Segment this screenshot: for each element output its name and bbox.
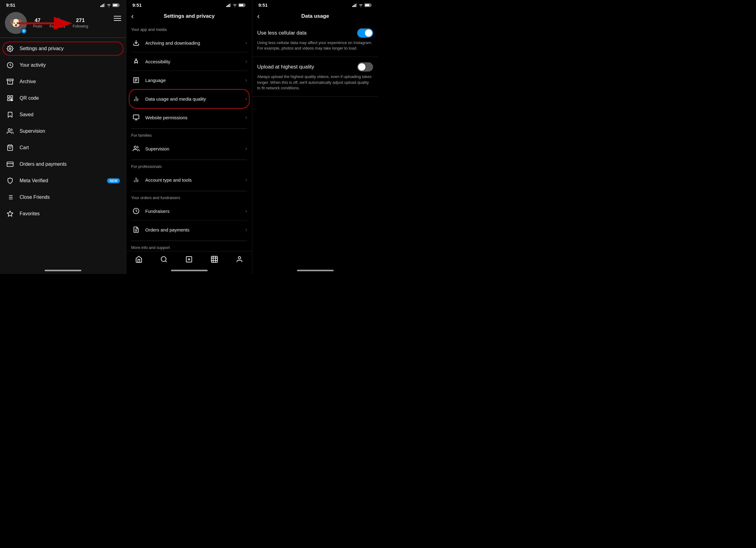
followers-count: 51 [54, 17, 60, 24]
menu-item-settings-privacy[interactable]: Settings and privacy [0, 40, 126, 57]
new-post-nav-icon[interactable] [182, 254, 196, 264]
svg-rect-6 [119, 5, 120, 6]
home-nav-icon[interactable] [132, 254, 146, 264]
home-indicator-panel1 [0, 267, 126, 274]
signal-icon [100, 3, 105, 7]
avatar-add-icon[interactable]: + [21, 28, 27, 34]
settings-item-website-permissions[interactable]: Website permissions › [131, 108, 247, 127]
search-nav-icon[interactable] [157, 254, 171, 264]
toggle-title-cellular: Use less cellular data [257, 30, 307, 36]
svg-rect-58 [352, 6, 353, 7]
menu-item-cart[interactable]: Cart [0, 139, 126, 156]
toggle-cellular-data[interactable] [357, 28, 373, 38]
svg-point-9 [9, 48, 11, 50]
svg-rect-41 [133, 115, 139, 119]
settings-item-fundraisers[interactable]: Fundraisers › [131, 202, 247, 220]
followers-label: Followers [50, 24, 65, 28]
panel-settings-privacy: 9:51 ‹ Settings and privacy [126, 0, 252, 274]
profile-nav-icon[interactable] [232, 254, 247, 264]
settings-item-accessibility[interactable]: Accessibility › [131, 52, 247, 71]
settings-item-supervision[interactable]: Supervision › [131, 139, 247, 158]
back-button-panel2[interactable]: ‹ [131, 12, 141, 20]
page-title-panel2: Settings and privacy [164, 13, 214, 19]
svg-rect-34 [245, 5, 246, 6]
menu-item-your-activity[interactable]: Your activity [0, 57, 126, 73]
wifi-icon-p3 [358, 3, 363, 7]
posts-count: 47 [35, 17, 41, 24]
chevron-icon-website-perms: › [246, 115, 247, 120]
menu-item-favorites[interactable]: Favorites [0, 205, 126, 222]
svg-rect-30 [229, 4, 230, 7]
toggle-title-upload: Upload at highest quality [257, 64, 314, 70]
wifi-icon-p2 [232, 3, 237, 7]
list-icon [6, 193, 14, 201]
settings-item-language[interactable]: Language › [131, 71, 247, 90]
account-tools-icon [131, 175, 141, 185]
settings-item-orders-payments[interactable]: Orders and payments › [131, 220, 247, 239]
settings-item-account-tools[interactable]: Account type and tools › [131, 171, 247, 189]
section-for-families: For families Supervision › [126, 129, 252, 160]
settings-text-website-perms: Website permissions [145, 115, 246, 120]
section-for-professionals: For professionals Account type and tools… [126, 160, 252, 191]
status-bar-panel1: 9:51 [0, 0, 126, 9]
settings-item-data-usage[interactable]: Data usage and media quality › [131, 90, 247, 108]
status-icons-panel3 [352, 3, 372, 7]
people-icon [6, 127, 14, 135]
chevron-icon-archiving: › [246, 40, 247, 46]
chevron-icon-orders-payments: › [246, 227, 247, 232]
svg-rect-63 [365, 4, 370, 6]
fundraisers-icon [131, 206, 141, 216]
time-panel3: 9:51 [258, 2, 268, 8]
nav-header-panel2: ‹ Settings and privacy [126, 9, 252, 23]
bottom-nav-panel2 [126, 251, 252, 267]
chevron-icon-accessibility: › [246, 59, 247, 64]
reels-nav-icon[interactable] [207, 254, 222, 264]
svg-point-44 [134, 146, 136, 148]
menu-item-supervision[interactable]: Supervision [0, 123, 126, 139]
panel-profile-menu: 9:51 [0, 0, 126, 274]
menu-item-close-friends[interactable]: Close Friends [0, 189, 126, 205]
section-label-app-media: Your app and media [131, 27, 247, 32]
svg-rect-5 [113, 4, 118, 6]
svg-rect-60 [355, 4, 356, 7]
menu-label-your-activity: Your activity [20, 62, 120, 68]
hamburger-menu[interactable] [114, 16, 121, 21]
menu-item-archive[interactable]: Archive [0, 73, 126, 90]
svg-rect-19 [7, 162, 13, 167]
settings-item-archiving[interactable]: Archiving and downloading › [131, 34, 247, 52]
toggle-upload-quality[interactable] [357, 62, 373, 72]
menu-item-saved[interactable]: Saved [0, 106, 126, 123]
toggle-desc-upload: Always upload the highest quality videos… [257, 74, 373, 91]
menu-label-meta-verified: Meta Verified [20, 178, 102, 183]
cart-icon [6, 144, 14, 152]
back-button-panel3[interactable]: ‹ [257, 12, 267, 20]
download-icon [131, 38, 141, 48]
status-icons-panel2 [226, 3, 246, 7]
time-panel1: 9:51 [6, 2, 15, 8]
settings-text-language: Language [145, 78, 246, 83]
svg-rect-3 [104, 3, 105, 7]
settings-text-archiving: Archiving and downloading [145, 40, 246, 46]
stat-following[interactable]: 271 Following [72, 17, 88, 28]
svg-rect-59 [354, 5, 354, 7]
svg-rect-2 [103, 4, 104, 7]
toggle-desc-cellular: Using less cellular data may affect your… [257, 40, 373, 51]
toggle-row-upload-quality: Upload at highest quality Always upload … [252, 57, 378, 97]
bookmark-icon [6, 111, 14, 119]
status-bar-panel3: 9:51 [252, 0, 378, 9]
stat-posts[interactable]: 47 Posts [33, 17, 42, 28]
section-your-app-media: Your app and media Archiving and downloa… [126, 23, 252, 128]
language-icon [131, 75, 141, 85]
menu-item-meta-verified[interactable]: Meta Verified NEW [0, 172, 126, 189]
bars-chart-icon [131, 94, 141, 104]
svg-rect-16 [11, 100, 13, 101]
signal-icon-p3 [352, 3, 357, 7]
menu-item-orders-payments[interactable]: Orders and payments [0, 156, 126, 172]
menu-item-qr-code[interactable]: QR code [0, 90, 126, 106]
menu-list: Settings and privacy Your activity Ar [0, 39, 126, 267]
chevron-icon-data-usage: › [246, 96, 247, 102]
posts-label: Posts [33, 24, 42, 28]
svg-point-36 [136, 59, 137, 60]
stat-followers[interactable]: 51 Followers [50, 17, 65, 28]
menu-label-saved: Saved [20, 112, 120, 117]
